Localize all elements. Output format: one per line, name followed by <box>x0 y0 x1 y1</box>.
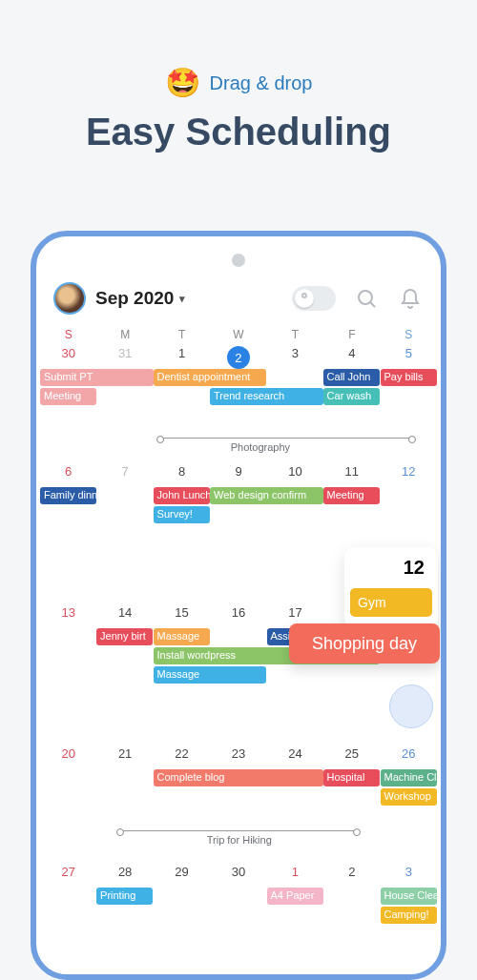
event[interactable]: Survey! <box>154 506 210 523</box>
search-icon <box>355 287 378 310</box>
event[interactable]: Trend research <box>210 388 323 405</box>
day-cell[interactable]: 6 <box>40 460 96 601</box>
headline: Easy Scheduling <box>0 111 477 153</box>
event[interactable]: Meeting <box>40 388 96 405</box>
drag-date: 12 <box>344 557 438 588</box>
tag-text: Drag & drop <box>210 72 313 94</box>
drag-drop-tag: 🤩 Drag & drop <box>0 69 477 97</box>
event[interactable]: Call John <box>323 369 380 386</box>
event[interactable]: Web design confirm <box>210 487 323 504</box>
event[interactable]: Massage <box>154 666 267 684</box>
event[interactable]: Massage <box>154 628 210 645</box>
phone-side-button <box>443 454 446 511</box>
event[interactable]: Hospital <box>323 769 380 786</box>
event[interactable]: Submit PT <box>40 369 154 386</box>
dow-tue: T <box>154 328 210 341</box>
bell-icon <box>399 287 422 310</box>
day-cell[interactable]: 25 <box>323 743 380 860</box>
event[interactable]: Jenny birt <box>96 628 153 645</box>
dow-fri: F <box>323 328 380 341</box>
today-indicator: 2 <box>227 346 250 369</box>
day-cell[interactable]: 28 <box>96 861 153 955</box>
event[interactable]: Family dinn <box>40 487 96 504</box>
touch-indicator-icon <box>389 684 433 728</box>
timeline <box>159 438 413 439</box>
month-label: Sep 2020 <box>95 288 174 309</box>
event[interactable]: Pay bills <box>381 369 437 386</box>
day-cell[interactable]: 13 <box>40 602 96 742</box>
day-cell[interactable]: 20 <box>40 743 96 860</box>
event[interactable]: John Lunch <box>154 487 210 504</box>
day-cell[interactable]: 2 <box>323 861 380 955</box>
avatar[interactable] <box>53 282 86 315</box>
month-picker[interactable]: Sep 2020 ▾ <box>95 288 185 309</box>
drag-event-gym[interactable]: Gym <box>350 588 432 617</box>
dow-sun: S <box>40 328 96 341</box>
event[interactable]: Dentist appointment <box>154 369 267 386</box>
event[interactable]: Machine Cl <box>381 769 437 786</box>
pin-icon <box>301 293 307 298</box>
day-cell[interactable]: 1 <box>267 861 323 955</box>
day-cell[interactable]: 31 <box>96 342 153 459</box>
search-button[interactable] <box>353 285 380 312</box>
event[interactable]: Workshop <box>381 788 437 806</box>
event[interactable]: Printing <box>96 888 153 905</box>
drag-day-card[interactable]: 12 Gym Shopping day <box>344 547 438 628</box>
day-cell[interactable]: 27 <box>40 861 96 955</box>
day-cell[interactable]: 8 <box>154 460 210 601</box>
event[interactable]: Complete blog <box>154 769 323 786</box>
dow-mon: M <box>96 328 153 341</box>
phone-frame: Sep 2020 ▾ S M T W T F S 30 31 1 2 3 4 5 <box>31 231 446 980</box>
event[interactable]: Car wash <box>323 388 380 405</box>
day-cell[interactable]: 24 <box>267 743 323 860</box>
event[interactable]: Meeting <box>323 487 380 504</box>
star-struck-icon: 🤩 <box>165 69 200 97</box>
day-cell[interactable]: 30 <box>210 861 266 955</box>
day-cell[interactable]: 21 <box>96 743 153 860</box>
location-toggle[interactable] <box>292 286 336 311</box>
dow-wed: W <box>210 328 266 341</box>
day-cell[interactable]: 9 <box>210 460 266 601</box>
day-cell[interactable]: 29 <box>154 861 210 955</box>
timeline <box>119 830 358 831</box>
event[interactable]: House Clea <box>381 888 437 905</box>
caret-down-icon: ▾ <box>179 293 185 305</box>
event[interactable]: A4 Paper <box>267 888 323 905</box>
drag-event-shopping[interactable]: Shopping day <box>289 623 440 664</box>
svg-point-0 <box>359 291 372 304</box>
dow-thu: T <box>267 328 323 341</box>
timeline-label: Photography <box>231 441 290 453</box>
day-cell[interactable]: 10 <box>267 460 323 601</box>
svg-line-1 <box>370 302 375 307</box>
day-cell[interactable]: 7 <box>96 460 153 601</box>
notifications-button[interactable] <box>397 285 424 312</box>
calendar-grid[interactable]: 30 31 1 2 3 4 5 Submit PT Meeting Dentis… <box>36 341 441 955</box>
timeline-label: Trip for Hiking <box>207 834 272 846</box>
event[interactable]: Camping! <box>381 907 437 924</box>
day-cell[interactable]: 22 <box>154 743 210 860</box>
day-cell[interactable]: 14 <box>96 602 153 742</box>
dow-sat: S <box>381 328 437 341</box>
day-headers: S M T W T F S <box>36 328 441 341</box>
